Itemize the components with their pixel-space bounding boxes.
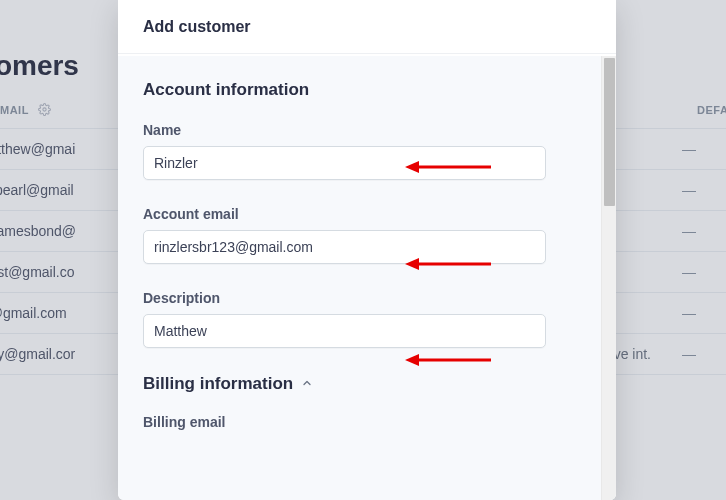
row-default-dash: — [682,141,696,157]
field-account-email: Account email [143,206,591,264]
modal-body: Account information Name Account email D… [118,56,616,500]
row-email: amatthew@gmai [0,141,75,157]
description-label: Description [143,290,591,306]
section-billing-label: Billing information [143,374,293,394]
row-email: lackpearl@gmail [0,182,74,198]
row-default-dash: — [682,305,696,321]
gear-icon[interactable] [38,102,51,120]
description-input[interactable] [143,314,546,348]
page-title: stomers [0,50,79,82]
add-customer-modal: Add customer Account information Name Ac… [118,0,616,500]
name-label: Name [143,122,591,138]
row-email: netest@gmail.co [0,264,74,280]
row-email: ondjamesbond@ [0,223,76,239]
field-name: Name [143,122,591,180]
billing-email-label: Billing email [143,414,591,430]
chevron-up-icon [301,374,313,394]
svg-point-0 [43,108,46,111]
account-email-label: Account email [143,206,591,222]
column-header-default: DEFAUL [697,104,726,116]
field-description: Description [143,290,591,348]
name-input[interactable] [143,146,546,180]
modal-scroll-area[interactable]: Account information Name Account email D… [118,56,616,500]
row-email: ukrey@gmail.cor [0,346,75,362]
section-account-info: Account information [143,80,591,100]
row-default-dash: — [682,264,696,280]
row-extra: ve int. [614,346,651,362]
column-header-email: MAIL [0,104,29,116]
scrollbar-thumb[interactable] [604,58,615,206]
section-billing-info-toggle[interactable]: Billing information [143,374,591,394]
scrollbar[interactable] [601,56,616,500]
row-default-dash: — [682,346,696,362]
row-default-dash: — [682,182,696,198]
row-default-dash: — [682,223,696,239]
account-email-input[interactable] [143,230,546,264]
modal-title: Add customer [118,0,616,54]
row-email: est@gmail.com [0,305,67,321]
